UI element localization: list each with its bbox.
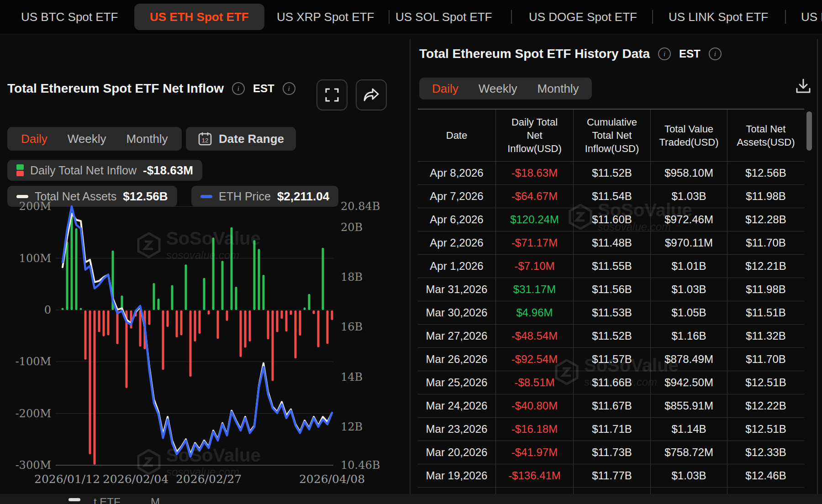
inflow-bar xyxy=(272,310,274,381)
inflow-bar xyxy=(212,237,215,310)
table-row: Mar 30,2026$4.96M$11.53B$1.05B$11.51B xyxy=(418,301,804,325)
cumulative-inflow-cell: $11.55B xyxy=(573,255,650,278)
cumulative-inflow-cell: $11.56B xyxy=(573,278,650,301)
table-row: Mar 26,2026-$92.54M$11.57B$878.49M$11.70… xyxy=(418,348,804,371)
table-row: Mar 25,2026-$8.51M$11.66B$942.50M$12.51B xyxy=(418,371,804,394)
column-header-total-net-assets-usd: Total NetAssets(USD) xyxy=(727,110,804,161)
daily-inflow-cell: -$40.80M xyxy=(495,394,573,417)
table-row: Mar 18,2026-$55.70M$11.91B$1.18B$12.87B xyxy=(418,488,804,494)
inflow-bar xyxy=(176,310,178,337)
tab-us-btc-spot-etf[interactable]: US BTC Spot ETF xyxy=(21,0,118,34)
inflow-bar xyxy=(148,310,151,325)
inflow-bar xyxy=(180,310,183,335)
clipped-legend-dash xyxy=(68,498,80,501)
inflow-bar xyxy=(295,310,297,358)
inflow-bar xyxy=(285,310,288,331)
y-axis-tick-left: -300M xyxy=(16,459,52,472)
left-panel: Total Ethereum Spot ETF Net Inflow i EST… xyxy=(0,34,410,494)
table-row: Mar 19,2026-$136.41M$11.77B$1.03B$12.46B xyxy=(418,464,804,488)
column-header-total-value-traded-usd: Total ValueTraded(USD) xyxy=(650,110,727,161)
table-scrollbar[interactable] xyxy=(806,111,812,151)
net-assets-cell: $12.21B xyxy=(727,255,804,278)
inflow-bar xyxy=(158,299,160,310)
inflow-bar xyxy=(103,310,105,336)
inflow-bar xyxy=(162,310,164,370)
inflow-bar xyxy=(217,310,219,339)
x-axis-tick: 2026/01/12 xyxy=(34,472,100,486)
y-axis-tick-right: 12B xyxy=(341,420,363,433)
tab-us-h[interactable]: US H xyxy=(801,0,822,34)
inflow-bar xyxy=(253,240,256,310)
clipped-legend-text: t ETF xyxy=(94,496,121,504)
y-axis-tick-left: -200M xyxy=(16,407,52,420)
daily-inflow-cell: -$92.54M xyxy=(495,348,573,371)
inflow-bar xyxy=(190,310,192,377)
inflow-bar xyxy=(153,283,155,310)
inflow-bar xyxy=(322,248,324,310)
cumulative-inflow-cell: $11.71B xyxy=(573,418,650,441)
download-icon xyxy=(795,78,811,94)
daily-inflow-cell: $120.24M xyxy=(495,208,573,231)
tab-us-doge-spot-etf[interactable]: US DOGE Spot ETF xyxy=(529,0,637,34)
inflow-bar xyxy=(89,310,91,454)
date-cell: Mar 26,2026 xyxy=(418,348,495,371)
value-traded-cell: $1.03B xyxy=(650,278,727,301)
date-cell: Apr 6,2026 xyxy=(418,208,495,231)
cumulative-inflow-cell: $11.67B xyxy=(573,394,650,417)
date-cell: Apr 8,2026 xyxy=(418,162,495,184)
inflow-bar xyxy=(66,242,68,310)
cumulative-inflow-cell: $11.57B xyxy=(573,348,650,371)
table-row: Apr 7,2026-$64.67M$11.54B$1.03B$11.98B xyxy=(418,185,804,208)
x-axis-tick: 2026/02/04 xyxy=(103,472,169,486)
value-traded-cell: $970.11M xyxy=(650,231,727,254)
daily-inflow-cell: -$136.41M xyxy=(495,464,573,487)
info-icon[interactable]: i xyxy=(658,47,671,60)
y-axis-tick-left: -100M xyxy=(16,355,52,368)
y-axis-tick-right: 20.84B xyxy=(341,200,380,213)
column-header-date: Date xyxy=(418,110,495,161)
value-traded-cell: $1.01B xyxy=(650,255,727,278)
inflow-bar xyxy=(290,310,292,315)
cumulative-inflow-cell: $11.52B xyxy=(573,325,650,347)
info-icon[interactable]: i xyxy=(709,47,722,60)
value-traded-cell: $1.03B xyxy=(650,464,727,487)
inflow-bar xyxy=(240,310,242,357)
tab-us-xrp-spot-etf[interactable]: US XRP Spot ETF xyxy=(277,0,374,34)
cumulative-inflow-cell: $11.66B xyxy=(573,371,650,394)
y-axis-tick-right: 14B xyxy=(341,371,363,383)
inflow-bar xyxy=(313,310,315,314)
value-traded-cell: $758.72M xyxy=(650,441,727,464)
tab-us-sol-spot-etf[interactable]: US SOL Spot ETF xyxy=(395,0,492,34)
table-header-row: DateDaily TotalNetInflow(USD)CumulativeT… xyxy=(418,109,804,162)
period-daily[interactable]: Daily xyxy=(422,82,469,96)
table-row: Apr 8,2026-$18.63M$11.52B$958.10M$12.56B xyxy=(418,162,804,185)
value-traded-cell: $942.50M xyxy=(650,371,727,394)
inflow-bar xyxy=(80,308,82,310)
net-assets-cell: $12.46B xyxy=(727,464,804,487)
date-cell: Apr 2,2026 xyxy=(418,231,495,254)
daily-inflow-cell: -$7.10M xyxy=(495,255,573,278)
daily-inflow-cell: -$16.18M xyxy=(495,418,573,441)
net-assets-cell: $12.28B xyxy=(727,208,804,231)
inflow-bar xyxy=(226,310,228,321)
history-table[interactable]: DateDaily TotalNetInflow(USD)CumulativeT… xyxy=(418,109,804,494)
tab-us-eth-spot-etf[interactable]: US ETH Spot ETF xyxy=(134,4,264,30)
date-cell: Mar 30,2026 xyxy=(418,301,495,324)
tab-us-link-spot-etf[interactable]: US LINK Spot ETF xyxy=(669,0,768,34)
daily-inflow-cell: -$71.17M xyxy=(495,231,573,254)
y-axis-tick-right: 16B xyxy=(341,320,363,333)
net-inflow-chart[interactable]: 200M100M0-100M-200M-300M20.84B20B18B16B1… xyxy=(0,34,410,504)
table-row: Mar 31,2026$31.17M$11.56B$1.03B$11.98B xyxy=(418,278,804,301)
date-cell: Mar 19,2026 xyxy=(418,464,495,487)
table-row: Apr 1,2026-$7.10M$11.55B$1.01B$12.21B xyxy=(418,255,804,278)
period-weekly[interactable]: Weekly xyxy=(469,82,527,96)
inflow-bar xyxy=(98,310,100,332)
tab-divider xyxy=(389,10,390,24)
inflow-bar xyxy=(267,310,269,339)
inflow-bar xyxy=(75,228,78,310)
date-cell: Apr 1,2026 xyxy=(418,255,495,278)
cumulative-inflow-cell: $11.53B xyxy=(573,301,650,324)
y-axis-tick-right: 18B xyxy=(341,271,363,284)
download-button[interactable] xyxy=(795,78,811,96)
period-monthly[interactable]: Monthly xyxy=(527,82,589,96)
